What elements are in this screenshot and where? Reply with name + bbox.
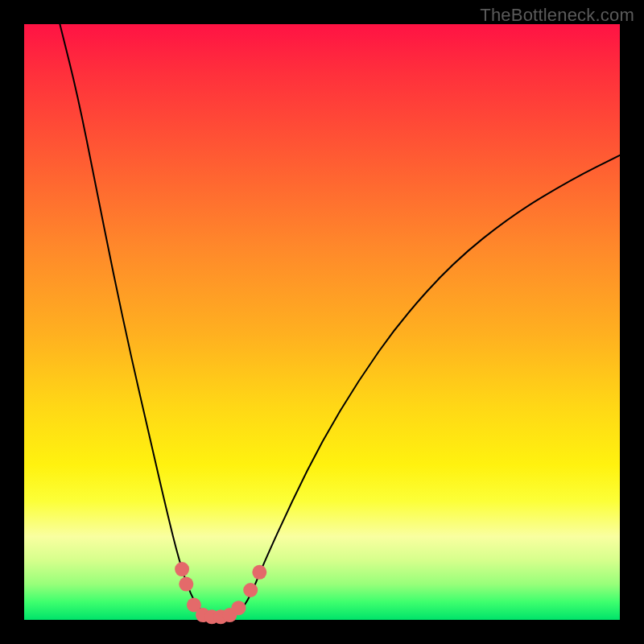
chart-frame: TheBottleneck.com [0,0,644,644]
marker-dot [252,565,266,580]
marker-dot [179,577,193,592]
plot-area [24,24,620,620]
bottleneck-curve [60,24,620,618]
marker-dot [231,601,246,615]
marker-group [175,562,266,624]
curve-svg [24,24,620,620]
watermark-text: TheBottleneck.com [480,5,634,26]
marker-dot [175,562,189,576]
marker-dot [243,583,258,597]
